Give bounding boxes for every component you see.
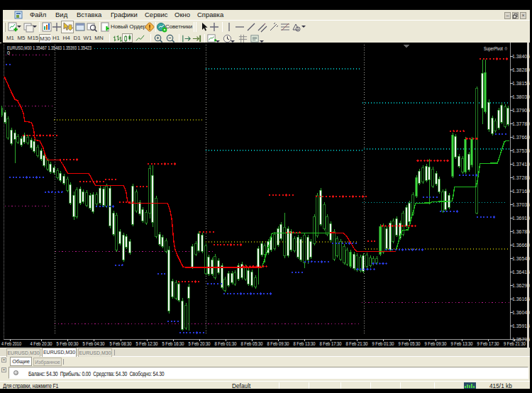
svg-text:1.35915: 1.35915 [512, 323, 530, 329]
svg-text:8 Feb 09:30: 8 Feb 09:30 [267, 341, 289, 346]
svg-text:EURUSD,M30 1.35467 1.35483 1.: EURUSD,M30 1.35467 1.35483 1.35393 1.354… [7, 45, 92, 51]
svg-text:1.38155: 1.38155 [512, 80, 530, 87]
svg-text:1.36290: 1.36290 [512, 282, 530, 289]
svg-text:1.36785: 1.36785 [512, 228, 530, 235]
svg-text:1.36415: 1.36415 [512, 269, 530, 275]
svg-text:9 Feb 13:30: 9 Feb 13:30 [451, 341, 473, 346]
svg-text:9 Feb 01:30: 9 Feb 01:30 [372, 341, 394, 346]
svg-text:5 Feb 16:30: 5 Feb 16:30 [162, 341, 184, 346]
svg-text:1.38405: 1.38405 [512, 53, 530, 60]
svg-text:5 Feb 00:30: 5 Feb 00:30 [57, 341, 79, 346]
svg-text:8 Feb 17:30: 8 Feb 17:30 [320, 341, 342, 346]
svg-text:0: 0 [7, 50, 10, 55]
svg-text:5 Feb 04:30: 5 Feb 04:30 [83, 341, 105, 346]
svg-text:1.36040: 1.36040 [512, 309, 530, 316]
svg-text:1.36540: 1.36540 [512, 255, 530, 262]
svg-text:1.37410: 1.37410 [512, 161, 530, 167]
svg-text:5 Feb 08:30: 5 Feb 08:30 [110, 341, 132, 346]
svg-text:1.38030: 1.38030 [512, 94, 530, 100]
svg-text:1.37285: 1.37285 [512, 175, 530, 181]
svg-text:1.37035: 1.37035 [512, 201, 530, 208]
svg-text:9 Feb 17:30: 9 Feb 17:30 [477, 341, 499, 346]
svg-text:8 Feb 13:30: 8 Feb 13:30 [294, 341, 316, 346]
svg-text:9 Feb 05:30: 9 Feb 05:30 [399, 341, 421, 346]
svg-text:1.37660: 1.37660 [512, 134, 530, 140]
svg-text:9 Feb 09:30: 9 Feb 09:30 [425, 341, 447, 346]
svg-text:8 Feb 05:30: 8 Feb 05:30 [241, 341, 263, 346]
svg-text:9 Feb 21:30: 9 Feb 21:30 [504, 341, 526, 346]
svg-text:5 Feb 20:30: 5 Feb 20:30 [189, 341, 211, 346]
svg-text:1.38280: 1.38280 [512, 67, 530, 73]
svg-text:1.36165: 1.36165 [512, 296, 530, 302]
svg-text:1.37780: 1.37780 [512, 121, 530, 127]
svg-text:8 Feb 01:30: 8 Feb 01:30 [215, 341, 237, 346]
svg-text:SuperPivot ☺: SuperPivot ☺ [484, 45, 508, 52]
svg-text:1.37535: 1.37535 [512, 148, 530, 154]
svg-text:8 Feb 21:30: 8 Feb 21:30 [346, 341, 368, 346]
svg-text:1.36660: 1.36660 [512, 242, 530, 248]
svg-text:4 Feb 20:30: 4 Feb 20:30 [31, 341, 52, 346]
svg-text:4 Feb 2010: 4 Feb 2010 [1, 341, 21, 346]
svg-text:1.36910: 1.36910 [512, 215, 530, 221]
svg-text:5 Feb 12:30: 5 Feb 12:30 [136, 341, 158, 346]
svg-text:1.37905: 1.37905 [512, 107, 530, 114]
svg-text:1.37160: 1.37160 [512, 188, 530, 194]
